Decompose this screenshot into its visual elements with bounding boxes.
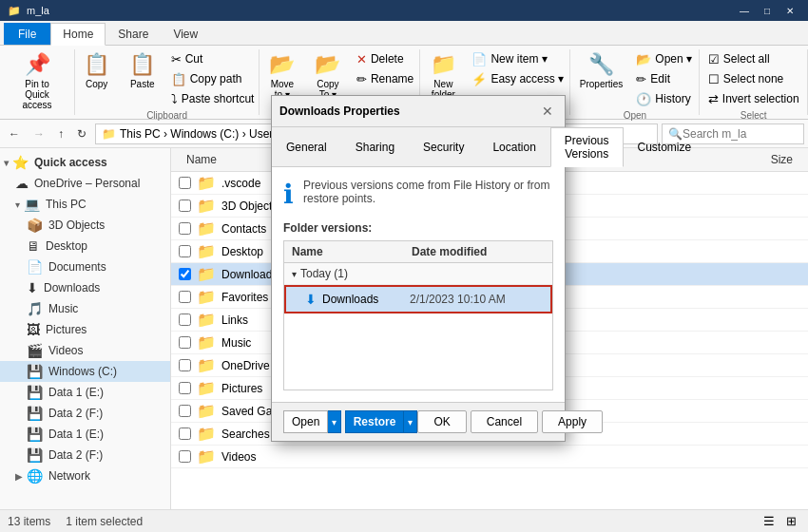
col-size[interactable]: Size — [705, 150, 800, 169]
file-checkbox[interactable] — [179, 268, 191, 280]
sidebar-item-pictures[interactable]: 🖼 Pictures — [0, 319, 170, 340]
delete-icon: ✕ — [356, 52, 367, 66]
up-button[interactable]: ↑ — [53, 124, 68, 143]
title-bar-icon: 📁 — [8, 5, 21, 17]
file-checkbox[interactable] — [179, 177, 191, 189]
new-item-button[interactable]: 📄 New item ▾ — [467, 49, 568, 68]
grid-view-button[interactable]: ⊞ — [782, 512, 800, 530]
edit-button[interactable]: ✏ Edit — [631, 69, 697, 88]
paste-shortcut-button[interactable]: ⤵ Paste shortcut — [166, 89, 260, 108]
sidebar-item-videos[interactable]: 🎬 Videos — [0, 340, 170, 361]
cancel-button[interactable]: Cancel — [471, 410, 538, 433]
apply-button[interactable]: Apply — [542, 410, 603, 433]
file-name: Favorites — [221, 291, 268, 304]
file-checkbox[interactable] — [179, 428, 191, 440]
tab-previous-versions[interactable]: Previous Versions — [550, 127, 624, 167]
sidebar-item-desktop[interactable]: 🖥 Desktop — [0, 236, 170, 256]
restore-dropdown-button[interactable]: ▾ — [404, 410, 417, 433]
file-name: Downloads — [221, 268, 278, 281]
versions-col-name: Name — [292, 245, 412, 258]
tab-home[interactable]: Home — [50, 23, 106, 46]
file-checkbox[interactable] — [179, 450, 191, 463]
item-count: 13 items — [8, 515, 50, 528]
invert-selection-button[interactable]: ⇄ Invert selection — [703, 89, 804, 108]
cut-button[interactable]: ✂ Cut — [166, 49, 260, 68]
forward-button[interactable]: → — [29, 124, 49, 143]
rename-button[interactable]: ✏ Rename — [352, 69, 418, 88]
sidebar-item-label: Music — [48, 302, 78, 315]
sidebar-item-this-pc[interactable]: ▾ 💻 This PC — [0, 194, 170, 215]
file-checkbox[interactable] — [179, 200, 191, 212]
file-checkbox[interactable] — [179, 314, 191, 326]
sidebar-item-data2-f[interactable]: 💾 Data 2 (F:) — [0, 403, 170, 424]
tab-file[interactable]: File — [4, 23, 50, 45]
title-bar: 📁 m_la — □ ✕ — [0, 0, 808, 21]
sidebar-item-network[interactable]: ▶ 🌐 Network — [0, 466, 170, 486]
file-checkbox[interactable] — [179, 382, 191, 394]
copy-path-button[interactable]: 📋 Copy path — [166, 69, 260, 88]
back-button[interactable]: ← — [4, 124, 25, 143]
delete-button[interactable]: ✕ Delete — [352, 49, 418, 68]
tab-location[interactable]: Location — [478, 127, 549, 166]
documents-icon: 📄 — [27, 259, 43, 275]
easy-access-button[interactable]: ⚡ Easy access ▾ — [467, 69, 568, 88]
ok-button[interactable]: OK — [417, 410, 466, 433]
modal-close-button[interactable]: ✕ — [538, 102, 557, 121]
versions-table: Name Date modified ▾ Today (1) ⬇ Downloa… — [283, 240, 553, 390]
sidebar-item-label: Network — [48, 469, 90, 483]
restore-button[interactable]: Restore — [345, 410, 405, 433]
sidebar-item-data2-f2[interactable]: 💾 Data 2 (F:) — [0, 445, 170, 466]
ribbon-tabs: File Home Share View — [0, 21, 808, 46]
tab-sharing[interactable]: Sharing — [341, 127, 409, 166]
tab-customize[interactable]: Customize — [624, 127, 706, 166]
select-all-button[interactable]: ☑ Select all — [703, 49, 804, 68]
sidebar-item-data1-e[interactable]: 💾 Data 1 (E:) — [0, 382, 170, 403]
file-name: Desktop — [221, 245, 263, 258]
desktop-icon: 🖥 — [27, 238, 40, 254]
history-button[interactable]: 🕐 History — [631, 89, 697, 108]
copy-button[interactable]: 📋 Copy — [75, 49, 119, 92]
pin-quick-access-button[interactable]: 📌 Pin to Quickaccess — [8, 49, 67, 113]
sidebar-item-data1-e2[interactable]: 💾 Data 1 (E:) — [0, 424, 170, 445]
file-checkbox[interactable] — [179, 291, 191, 303]
sidebar-item-3d-objects[interactable]: 📦 3D Objects — [0, 215, 170, 236]
tab-general[interactable]: General — [272, 127, 341, 166]
file-checkbox[interactable] — [179, 359, 191, 371]
file-checkbox[interactable] — [179, 222, 191, 235]
paste-button[interactable]: 📋 Paste — [121, 49, 164, 92]
tab-view[interactable]: View — [161, 23, 210, 45]
paste-icon: 📋 — [129, 52, 155, 77]
versions-row-downloads[interactable]: ⬇ Downloads 2/1/2023 10:10 AM — [284, 285, 552, 314]
file-checkbox[interactable] — [179, 405, 191, 417]
tab-security[interactable]: Security — [409, 127, 478, 166]
modal-body: ℹ Previous versions come from File Histo… — [272, 167, 565, 402]
sidebar-item-music[interactable]: 🎵 Music — [0, 298, 170, 319]
minimize-button[interactable]: — — [734, 3, 755, 18]
sidebar-item-quick-access[interactable]: ▾ ⭐ Quick access — [0, 152, 170, 173]
sidebar-item-label: Pictures — [46, 323, 87, 336]
open-version-button[interactable]: Open — [283, 410, 328, 433]
close-button[interactable]: ✕ — [779, 3, 800, 18]
sidebar-item-onedrive[interactable]: ☁ OneDrive – Personal — [0, 173, 170, 194]
folder-icon: 📁 — [197, 311, 216, 329]
easy-access-icon: ⚡ — [471, 72, 487, 86]
file-checkbox[interactable] — [179, 336, 191, 349]
sidebar-item-documents[interactable]: 📄 Documents — [0, 256, 170, 277]
select-none-button[interactable]: ☐ Select none — [703, 69, 804, 88]
3d-objects-icon: 📦 — [27, 218, 43, 233]
sidebar-item-windows-c[interactable]: 💾 Windows (C:) — [0, 361, 170, 382]
sidebar-item-label: Downloads — [44, 281, 100, 294]
refresh-button[interactable]: ↻ — [72, 124, 91, 143]
open-dropdown-button[interactable]: ▾ — [328, 410, 341, 433]
versions-group-today[interactable]: ▾ Today (1) — [284, 263, 552, 285]
sidebar-item-downloads[interactable]: ⬇ Downloads — [0, 277, 170, 298]
file-row[interactable]: 📁Videos — [171, 446, 808, 468]
file-checkbox[interactable] — [179, 245, 191, 257]
detail-view-button[interactable]: ☰ — [760, 512, 779, 530]
open-button[interactable]: 📂 Open ▾ — [631, 49, 697, 68]
folder-icon: 📁 — [102, 127, 116, 141]
tab-share[interactable]: Share — [106, 23, 161, 45]
modal-footer-right: OK Cancel Apply — [417, 410, 603, 433]
properties-button[interactable]: 🔧 Properties — [573, 49, 630, 92]
maximize-button[interactable]: □ — [757, 3, 778, 18]
